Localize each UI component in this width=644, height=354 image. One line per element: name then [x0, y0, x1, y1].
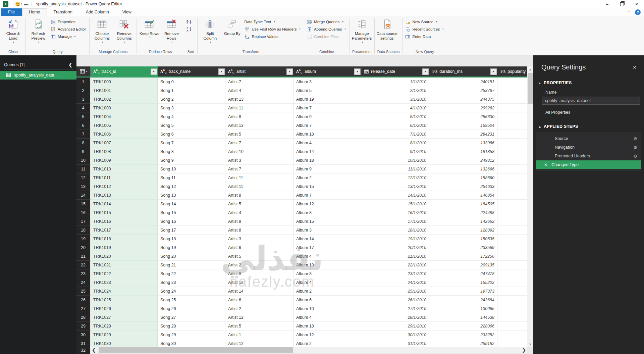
table-cell[interactable] [497, 86, 527, 95]
table-cell[interactable]: 184505 [429, 200, 497, 208]
table-cell[interactable]: Album 7 [293, 191, 361, 200]
table-cell[interactable]: Song 15 [158, 208, 225, 217]
table-cell[interactable]: Song 7 [158, 139, 225, 147]
table-cell[interactable]: Artist 2 [225, 304, 293, 313]
advanced-editor-button[interactable]: Advanced Editor [49, 26, 88, 33]
table-cell[interactable]: Song 9 [158, 156, 225, 165]
table-cell[interactable]: 233569 [429, 243, 497, 252]
table-cell[interactable] [497, 112, 527, 121]
manage-parameters-button[interactable]: Manage Parameters▾ [351, 17, 373, 47]
table-cell[interactable]: 254633 [429, 182, 497, 191]
table-cell[interactable]: TRK1002 [91, 95, 158, 104]
choose-columns-button[interactable]: Choose Columns▾ [91, 17, 113, 47]
table-cell[interactable]: Album 15 [293, 182, 361, 191]
table-cell[interactable]: Artist 7 [225, 78, 293, 86]
row-number[interactable]: 5 [76, 112, 91, 121]
table-cell[interactable]: TRK1003 [91, 104, 158, 112]
table-cell[interactable]: 17/1/2010 [361, 217, 429, 226]
table-cell[interactable]: Album 4 [293, 139, 361, 147]
applied-step-source[interactable]: Source⚙ [536, 134, 641, 143]
table-cell[interactable]: 209135 [429, 261, 497, 269]
table-cell[interactable]: Song 5 [158, 121, 225, 130]
table-cell[interactable]: Album 7 [293, 121, 361, 130]
table-cell[interactable]: TRK1024 [91, 287, 158, 296]
row-number[interactable]: 26 [76, 296, 91, 304]
table-cell[interactable]: TRK1004 [91, 112, 158, 121]
table-cell[interactable]: 172256 [429, 252, 497, 261]
table-cell[interactable]: Artist 8 [225, 217, 293, 226]
table-cell[interactable]: Artist 12 [225, 313, 293, 322]
row-number[interactable]: 12 [76, 173, 91, 182]
row-number[interactable]: 8 [76, 139, 91, 147]
table-cell[interactable]: Song 28 [158, 322, 225, 331]
table-cell[interactable]: Artist 7 [225, 165, 293, 173]
table-cell[interactable]: TRK1022 [91, 269, 158, 278]
table-cell[interactable]: 6/1/2010 [361, 121, 429, 130]
table-cell[interactable]: 24/1/2010 [361, 278, 429, 287]
table-cell[interactable]: Album 4 [293, 278, 361, 287]
table-cell[interactable]: Song 18 [158, 235, 225, 243]
chevron-down-icon[interactable]: ▾ [21, 3, 22, 5]
row-number[interactable]: 21 [76, 252, 91, 261]
row-number[interactable]: 18 [76, 226, 91, 235]
table-cell[interactable]: TRK1014 [91, 200, 158, 208]
table-cell[interactable]: 19/1/2010 [361, 235, 429, 243]
new-source-button[interactable]: New Source▾ [404, 18, 445, 26]
table-cell[interactable]: Album 12 [293, 200, 361, 208]
table-cell[interactable]: 299262 [429, 104, 497, 112]
table-cell[interactable] [497, 287, 527, 296]
table-cell[interactable]: Artist 11 [225, 104, 293, 112]
table-cell[interactable]: 8/1/2010 [361, 139, 429, 147]
table-cell[interactable]: TRK1020 [91, 252, 158, 261]
table-cell[interactable]: TRK1016 [91, 217, 158, 226]
table-cell[interactable]: 146854 [429, 191, 497, 200]
table-cell[interactable]: Song 17 [158, 226, 225, 235]
table-cell[interactable] [497, 331, 527, 339]
table-cell[interactable] [497, 252, 527, 261]
table-cell[interactable]: Song 20 [158, 252, 225, 261]
data-type-text-button[interactable]: Data Type: Text▾ [243, 18, 303, 26]
row-number[interactable]: 7 [76, 130, 91, 139]
table-cell[interactable]: Album 10 [293, 304, 361, 313]
row-number[interactable]: 17 [76, 217, 91, 226]
table-cell[interactable]: TRK1015 [91, 208, 158, 217]
table-cell[interactable] [497, 139, 527, 147]
row-number[interactable]: 16 [76, 208, 91, 217]
table-cell[interactable]: 16/1/2010 [361, 208, 429, 217]
table-cell[interactable] [497, 243, 527, 252]
column-header-duration_ms[interactable]: 123duration_ms▼ [430, 66, 498, 77]
table-cell[interactable]: TRK1017 [91, 226, 158, 235]
table-cell[interactable]: Album 8 [293, 269, 361, 278]
table-cell[interactable]: Song 3 [158, 104, 225, 112]
minimize-button[interactable]: – [600, 0, 614, 8]
query-name-input[interactable] [542, 97, 640, 105]
table-cell[interactable] [497, 156, 527, 165]
table-cell[interactable]: TRK1013 [91, 191, 158, 200]
table-cell[interactable]: Artist 1 [225, 331, 293, 339]
table-cell[interactable]: Album 18 [293, 261, 361, 269]
table-cell[interactable]: 12/1/2010 [361, 173, 429, 182]
table-cell[interactable]: Album 3 [293, 78, 361, 86]
manage-button[interactable]: Manage▾ [49, 33, 88, 40]
step-settings-gear-icon[interactable]: ⚙ [633, 136, 637, 141]
table-cell[interactable]: TRK1008 [91, 147, 158, 156]
table-cell[interactable]: Song 24 [158, 287, 225, 296]
table-cell[interactable]: 23/1/2010 [361, 269, 429, 278]
table-cell[interactable]: 18/1/2010 [361, 226, 429, 235]
column-header-track_id[interactable]: ABCtrack_id▼ [91, 66, 158, 77]
row-number[interactable]: 13 [76, 182, 91, 191]
table-cell[interactable]: Album 8 [293, 208, 361, 217]
table-cell[interactable]: Song 16 [158, 217, 225, 226]
vertical-scrollbar[interactable]: ∧ ∨ [527, 66, 533, 347]
table-cell[interactable] [497, 296, 527, 304]
table-cell[interactable] [497, 235, 527, 243]
table-cell[interactable] [497, 191, 527, 200]
row-number[interactable]: 9 [76, 147, 91, 156]
table-cell[interactable]: TRK1029 [91, 331, 158, 339]
table-cell[interactable]: Artist 8 [225, 112, 293, 121]
table-cell[interactable]: Song 11 [158, 173, 225, 182]
table-cell[interactable] [497, 78, 527, 86]
table-cell[interactable]: Artist 5 [225, 322, 293, 331]
table-cell[interactable] [497, 304, 527, 313]
use-first-row-as-headers-button[interactable]: Use First Row as Headers▾ [243, 26, 303, 33]
